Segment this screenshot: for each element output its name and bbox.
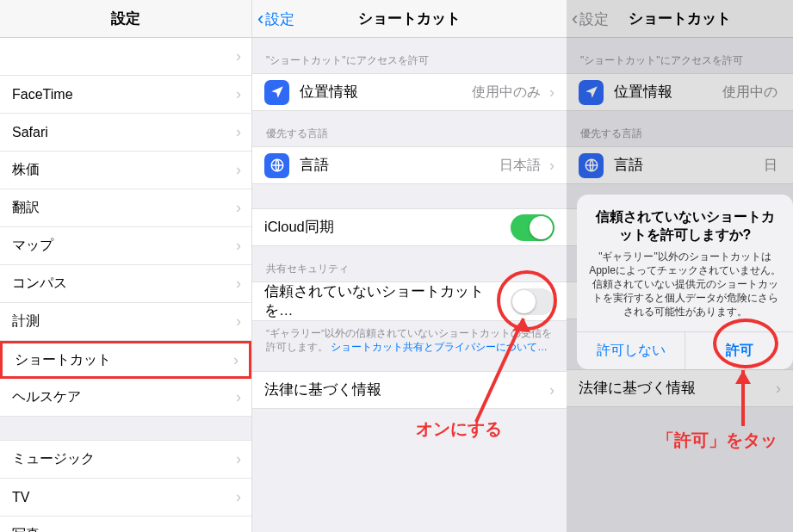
- chevron-right-icon: ›: [233, 351, 239, 369]
- settings-item[interactable]: Safari›: [0, 114, 251, 152]
- chevron-right-icon: ›: [549, 157, 554, 175]
- chevron-right-icon: ›: [236, 526, 241, 532]
- settings-item[interactable]: 写真›: [0, 517, 251, 532]
- settings-item-label: 翻訳: [12, 199, 40, 217]
- settings-item-label: 写真: [12, 526, 40, 532]
- settings-item[interactable]: FaceTime›: [0, 76, 251, 114]
- chevron-right-icon: ›: [236, 199, 241, 217]
- nav-bar: 設定: [0, 0, 251, 38]
- settings-item-label: ヘルスケア: [12, 388, 81, 406]
- row-label: 言語: [300, 156, 499, 175]
- settings-item[interactable]: ショートカット›: [0, 341, 251, 379]
- allow-button[interactable]: 許可: [685, 332, 793, 369]
- settings-item-label: コンパス: [12, 275, 67, 293]
- chevron-right-icon: ›: [236, 275, 241, 293]
- settings-item[interactable]: マップ›: [0, 227, 251, 265]
- deny-button[interactable]: 許可しない: [577, 332, 685, 369]
- settings-item[interactable]: 翻訳›: [0, 189, 251, 227]
- row-label: 法律に基づく情報: [264, 380, 544, 399]
- section-gap: [0, 417, 251, 441]
- untrusted-note: "ギャラリー"以外の信頼されていないショートカットの受信を許可します。 ショート…: [252, 321, 567, 357]
- row-value: 日本語: [499, 157, 541, 175]
- row-value: 使用中のみ: [472, 84, 541, 102]
- section-header-language: 優先する言語: [252, 111, 567, 146]
- settings-item-label: TV: [12, 490, 29, 505]
- chevron-right-icon: ›: [236, 123, 241, 141]
- privacy-link[interactable]: ショートカット共有とプライバシーについて…: [331, 342, 548, 352]
- back-label: 設定: [265, 9, 294, 29]
- location-arrow-icon: [264, 80, 289, 105]
- row-label: iCloud同期: [264, 218, 511, 237]
- settings-item[interactable]: TV›: [0, 479, 251, 517]
- chevron-right-icon: ›: [236, 450, 241, 468]
- settings-item[interactable]: ミュージック›: [0, 441, 251, 479]
- annotation-text: オンにする: [416, 418, 502, 441]
- settings-item-label: マップ: [12, 237, 53, 255]
- chevron-left-icon: ‹: [257, 9, 263, 28]
- language-row[interactable]: 言語 日本語 ›: [252, 146, 567, 184]
- nav-bar: ‹ 設定 ショートカット: [252, 0, 567, 38]
- settings-item-label: Safari: [12, 125, 48, 140]
- back-button[interactable]: ‹ 設定: [257, 0, 294, 38]
- settings-item-label: 計測: [12, 312, 40, 331]
- chevron-right-icon: ›: [236, 161, 241, 179]
- settings-item[interactable]: コンパス›: [0, 265, 251, 303]
- settings-item[interactable]: ›: [0, 38, 251, 76]
- chevron-right-icon: ›: [236, 237, 241, 255]
- nav-title: ショートカット: [358, 9, 461, 28]
- chevron-right-icon: ›: [549, 84, 554, 102]
- icloud-sync-toggle[interactable]: [511, 214, 554, 241]
- settings-item-label: 株価: [12, 161, 40, 179]
- row-label: 信頼されていないショートカットを…: [264, 282, 511, 320]
- icloud-sync-row[interactable]: iCloud同期: [252, 208, 567, 246]
- nav-title: 設定: [111, 9, 140, 28]
- shortcuts-alert-panel: ‹ 設定 ショートカット "ショートカット"にアクセスを許可 位置情報 使用中の…: [567, 0, 793, 532]
- globe-icon: [264, 153, 289, 178]
- settings-item[interactable]: 計測›: [0, 303, 251, 341]
- legal-info-row[interactable]: 法律に基づく情報 ›: [252, 371, 567, 409]
- permission-alert: 信頼されていないショートカットを許可しますか? "ギャラリー"以外のショートカッ…: [577, 195, 793, 369]
- chevron-right-icon: ›: [236, 85, 241, 103]
- untrusted-shortcuts-toggle[interactable]: [511, 288, 554, 315]
- settings-item-label: ショートカット: [15, 351, 111, 369]
- settings-item[interactable]: 株価›: [0, 152, 251, 189]
- settings-item-label: ミュージック: [12, 450, 95, 468]
- settings-item[interactable]: ヘルスケア›: [0, 379, 251, 417]
- section-header-access: "ショートカット"にアクセスを許可: [252, 38, 567, 73]
- settings-root-panel: 設定 ›FaceTime›Safari›株価›翻訳›マップ›コンパス›計測›ショ…: [0, 0, 252, 532]
- chevron-right-icon: ›: [549, 381, 554, 399]
- alert-message: "ギャラリー"以外のショートカットはAppleによってチェックされていません。信…: [589, 250, 781, 319]
- chevron-right-icon: ›: [236, 488, 241, 506]
- settings-list: ›FaceTime›Safari›株価›翻訳›マップ›コンパス›計測›ショートカ…: [0, 38, 251, 532]
- chevron-right-icon: ›: [236, 388, 241, 406]
- chevron-right-icon: ›: [236, 312, 241, 331]
- shortcuts-settings-panel: ‹ 設定 ショートカット "ショートカット"にアクセスを許可 位置情報 使用中の…: [252, 0, 567, 532]
- settings-item-label: FaceTime: [12, 87, 73, 102]
- location-row[interactable]: 位置情報 使用中のみ ›: [252, 73, 567, 111]
- section-header-security: 共有セキュリティ: [252, 246, 567, 281]
- alert-title: 信頼されていないショートカットを許可しますか?: [589, 208, 781, 244]
- row-label: 位置情報: [300, 83, 472, 102]
- untrusted-shortcuts-row[interactable]: 信頼されていないショートカットを…: [252, 281, 567, 321]
- chevron-right-icon: ›: [236, 47, 241, 65]
